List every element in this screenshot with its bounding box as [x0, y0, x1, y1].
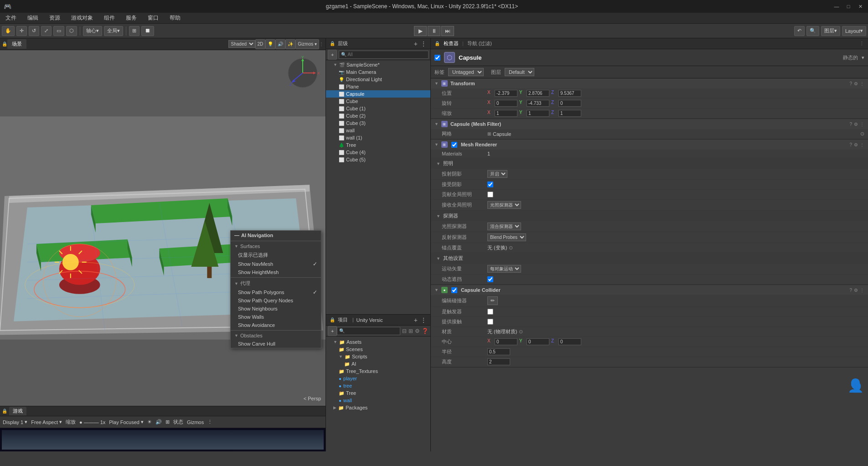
hier-samplescene[interactable]: ▼ 🎬 SampleScene*: [326, 61, 430, 68]
scale-tool[interactable]: ⤢: [41, 26, 52, 36]
unity-versic-tab[interactable]: Unity Versic: [356, 317, 383, 323]
layout-button[interactable]: Layout ▾: [842, 26, 866, 36]
transform-settings[interactable]: ⚙: [854, 81, 858, 86]
pause-button[interactable]: ⏸: [428, 26, 440, 36]
mesh-picker[interactable]: ⊙: [860, 131, 864, 137]
scene-tab[interactable]: 场景: [7, 39, 26, 49]
dynamic-occlusion-checkbox[interactable]: [487, 276, 493, 282]
proj-options[interactable]: ⋮: [420, 316, 427, 324]
menu-gameobject[interactable]: 游戏对象: [69, 13, 95, 23]
cc-settings[interactable]: ⚙: [854, 288, 858, 293]
scale-z-input[interactable]: [558, 110, 581, 117]
agent-section-header[interactable]: ▼ 代理: [231, 279, 321, 288]
maximize-on-play[interactable]: ☀: [147, 419, 152, 425]
object-active-checkbox[interactable]: [434, 55, 440, 61]
insp-options[interactable]: ⋮: [859, 41, 864, 47]
play-button[interactable]: ▶: [414, 26, 427, 36]
proj-tree-asset[interactable]: ● tree: [326, 382, 430, 389]
proj-icon3[interactable]: ⚙: [415, 328, 420, 334]
mf-help[interactable]: ?: [849, 122, 852, 127]
scene-viewport[interactable]: Y X Z < Persp — AI Navigation ▼ Surfaces: [0, 50, 326, 406]
hier-cube[interactable]: ⬜ Cube: [326, 98, 430, 105]
gizmos-button[interactable]: Gizmos: [187, 419, 204, 425]
additional-header[interactable]: ▼ 其他设置: [431, 253, 868, 264]
mr-more[interactable]: ⋮: [860, 142, 864, 147]
is-trigger-checkbox[interactable]: [487, 309, 493, 315]
hier-cube3[interactable]: ⬜ Cube (3): [326, 119, 430, 127]
proj-icon2[interactable]: ⊞: [408, 328, 413, 334]
proj-icon4[interactable]: ❓: [422, 328, 429, 334]
rot-x-input[interactable]: [495, 100, 517, 107]
mr-settings[interactable]: ⚙: [854, 142, 858, 147]
receive-shadows-checkbox[interactable]: [487, 181, 493, 187]
reflection-probes-dropdown[interactable]: Blend Probes: [487, 233, 526, 241]
snap-button[interactable]: 🔲: [141, 26, 154, 36]
hierarchy-add-btn[interactable]: +: [414, 40, 418, 47]
proj-packages[interactable]: ▶ 📁 Packages: [326, 404, 430, 411]
mesh-filter-header[interactable]: ▼ ⊞ Capsule (Mesh Filter) ? ⚙ ⋮: [431, 119, 868, 129]
menu-edit[interactable]: 编辑: [26, 13, 40, 23]
mf-more[interactable]: ⋮: [860, 122, 864, 127]
tag-dropdown[interactable]: Untagged: [448, 68, 484, 76]
layer-dropdown[interactable]: Default: [505, 68, 534, 76]
2d-toggle[interactable]: 2D: [255, 39, 266, 49]
capsule-collider-checkbox[interactable]: [451, 287, 457, 293]
menu-show-carve-hull[interactable]: Show Carve Hull ✓: [231, 340, 321, 348]
menu-file[interactable]: 文件: [4, 13, 18, 23]
hier-cube4[interactable]: ⬜ Cube (4): [326, 149, 430, 156]
light-probes-dropdown[interactable]: 混合探测器: [487, 223, 521, 230]
proj-player[interactable]: ● player: [326, 375, 430, 382]
receive-gi-dropdown[interactable]: 光照探测器: [487, 201, 521, 209]
fx-toggle[interactable]: ✨: [285, 39, 295, 49]
menu-show-walls[interactable]: Show Walls ✓: [231, 313, 321, 321]
game-tab[interactable]: 游戏: [9, 407, 26, 415]
proj-icon1[interactable]: ⊟: [402, 328, 407, 334]
pos-z-input[interactable]: [558, 90, 581, 97]
hier-add-button[interactable]: +: [328, 50, 337, 60]
hier-plane[interactable]: ⬜ Plane: [326, 83, 430, 90]
hier-cube1[interactable]: ⬜ Cube (1): [326, 105, 430, 112]
menu-component[interactable]: 组件: [102, 13, 117, 23]
menu-window[interactable]: 窗口: [146, 13, 160, 23]
menu-help[interactable]: 帮助: [168, 13, 182, 23]
lighting-header[interactable]: ▼ 照明: [431, 158, 868, 169]
contribute-gi-checkbox[interactable]: [487, 192, 493, 197]
transform-help[interactable]: ?: [849, 81, 852, 86]
hier-cube5[interactable]: ⬜ Cube (5): [326, 156, 430, 163]
proj-tree-prefab[interactable]: 📁 Tree: [326, 389, 430, 397]
motion-vectors-dropdown[interactable]: 每对象运动: [487, 265, 521, 273]
maximize-button[interactable]: □: [844, 2, 852, 10]
menu-show-navmesh[interactable]: Show NavMesh ✓: [231, 260, 321, 268]
project-search-input[interactable]: [346, 328, 398, 333]
global-button[interactable]: 全局 ▾: [104, 26, 123, 36]
menu-show-path-query-nodes[interactable]: Show Path Query Nodes ✓: [231, 296, 321, 305]
proj-add-btn[interactable]: +: [414, 316, 418, 324]
proj-add-button[interactable]: +: [328, 326, 337, 336]
pos-y-input[interactable]: [527, 90, 549, 97]
edit-collider-button[interactable]: ✏: [487, 296, 498, 305]
cc-more[interactable]: ⋮: [860, 288, 864, 293]
proj-scripts[interactable]: ▼ 📁 Scripts: [326, 353, 430, 360]
hier-directional-light[interactable]: 💡 Directional Light: [326, 76, 430, 83]
undo-history-button[interactable]: ↶: [794, 26, 805, 36]
rotate-tool[interactable]: ↺: [29, 26, 39, 36]
scene-view-mode[interactable]: Shaded: [228, 40, 255, 48]
proj-tree-textures[interactable]: 📁 Tree_Textures: [326, 368, 430, 375]
height-input[interactable]: [487, 358, 510, 365]
stats-button[interactable]: ⊞: [165, 419, 170, 425]
proj-scenes[interactable]: 📁 Scenes: [326, 346, 430, 353]
hier-wall[interactable]: ⬜ wall: [326, 127, 430, 134]
display-dropdown[interactable]: Display 1 ▾: [3, 419, 27, 425]
scale-y-input[interactable]: [527, 110, 549, 117]
radius-input[interactable]: [487, 348, 510, 355]
minimize-button[interactable]: —: [832, 2, 841, 10]
hier-tree[interactable]: 🌲 Tree: [326, 141, 430, 149]
static-dropdown[interactable]: ▾: [862, 55, 864, 61]
menu-services[interactable]: 服务: [124, 13, 139, 23]
rot-y-input[interactable]: [527, 100, 549, 107]
menu-show-selected[interactable]: 仅显示已选择 ✓: [231, 250, 321, 260]
center-z-input[interactable]: [558, 338, 581, 345]
proj-ai[interactable]: 📁 AI: [326, 360, 430, 368]
scene-options[interactable]: ⋮: [319, 41, 324, 47]
hierarchy-options[interactable]: ⋮: [420, 40, 427, 47]
